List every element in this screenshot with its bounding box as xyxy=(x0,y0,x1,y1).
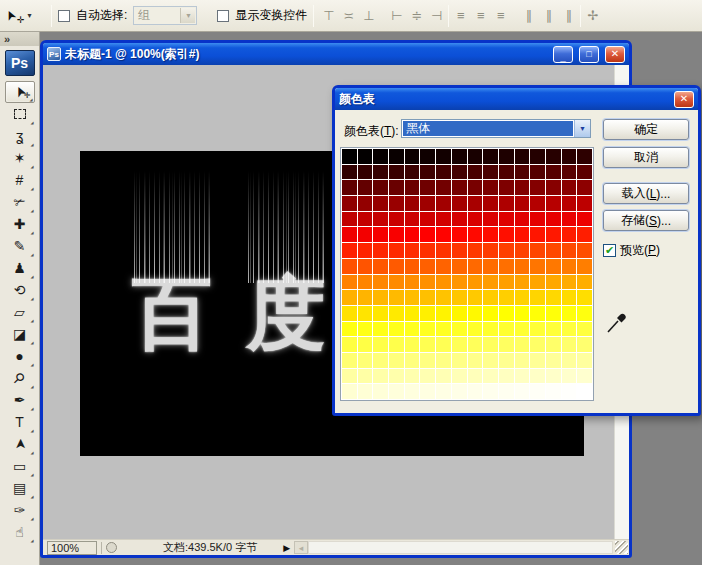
color-swatch[interactable] xyxy=(499,290,514,305)
color-swatch[interactable] xyxy=(530,227,545,242)
color-swatch[interactable] xyxy=(562,227,577,242)
color-swatch[interactable] xyxy=(483,337,498,352)
close-button[interactable]: ✕ xyxy=(605,46,625,63)
notes-tool[interactable]: ▤ xyxy=(5,477,35,499)
color-swatch[interactable] xyxy=(546,196,561,211)
color-swatch[interactable] xyxy=(562,212,577,227)
color-swatch[interactable] xyxy=(562,149,577,164)
color-swatch[interactable] xyxy=(530,306,545,321)
color-swatch[interactable] xyxy=(420,149,435,164)
color-swatch[interactable] xyxy=(452,243,467,258)
color-swatch[interactable] xyxy=(499,180,514,195)
color-swatch[interactable] xyxy=(436,337,451,352)
color-swatch[interactable] xyxy=(389,384,404,399)
color-swatch[interactable] xyxy=(436,322,451,337)
dodge-tool[interactable]: ⚲ xyxy=(5,367,35,389)
color-swatch[interactable] xyxy=(452,149,467,164)
color-swatch[interactable] xyxy=(389,165,404,180)
color-swatch[interactable] xyxy=(358,384,373,399)
color-swatch[interactable] xyxy=(405,180,420,195)
align-right-edges-icon[interactable]: ⊣ xyxy=(428,8,445,24)
color-swatch[interactable] xyxy=(358,306,373,321)
color-swatch[interactable] xyxy=(515,243,530,258)
color-swatch[interactable] xyxy=(499,384,514,399)
expand-dock-icon[interactable]: » xyxy=(4,33,9,45)
color-swatch[interactable] xyxy=(499,227,514,242)
color-swatch[interactable] xyxy=(530,353,545,368)
align-horizontal-centers-icon[interactable]: ≑ xyxy=(408,8,425,24)
color-swatch[interactable] xyxy=(373,369,388,384)
color-swatch[interactable] xyxy=(452,165,467,180)
healing-brush-tool[interactable]: ✚ xyxy=(5,213,35,235)
color-swatch[interactable] xyxy=(546,149,561,164)
color-swatch[interactable] xyxy=(499,196,514,211)
color-swatch[interactable] xyxy=(452,180,467,195)
color-swatch[interactable] xyxy=(358,353,373,368)
color-swatch[interactable] xyxy=(483,180,498,195)
color-swatch[interactable] xyxy=(577,275,592,290)
color-swatch[interactable] xyxy=(420,212,435,227)
current-tool-icon[interactable]: ➤ ✛ ▾ xyxy=(5,4,45,28)
color-swatch[interactable] xyxy=(499,259,514,274)
color-swatch[interactable] xyxy=(389,369,404,384)
color-swatch[interactable] xyxy=(405,259,420,274)
color-swatch[interactable] xyxy=(577,212,592,227)
color-swatch[interactable] xyxy=(358,149,373,164)
color-swatch[interactable] xyxy=(420,353,435,368)
color-swatch[interactable] xyxy=(452,306,467,321)
color-swatch[interactable] xyxy=(468,149,483,164)
color-swatch[interactable] xyxy=(546,212,561,227)
show-transform-checkbox[interactable] xyxy=(217,10,229,22)
color-swatch[interactable] xyxy=(546,243,561,258)
ok-button[interactable]: 确定 xyxy=(603,119,689,140)
color-swatch[interactable] xyxy=(420,275,435,290)
color-swatch[interactable] xyxy=(499,149,514,164)
color-swatch[interactable] xyxy=(342,384,357,399)
paint-bucket-tool[interactable]: ◪ xyxy=(5,323,35,345)
rectangular-marquee-tool[interactable] xyxy=(5,103,35,125)
color-swatch[interactable] xyxy=(452,196,467,211)
color-swatch[interactable] xyxy=(530,212,545,227)
color-swatch[interactable] xyxy=(389,227,404,242)
color-swatch[interactable] xyxy=(405,384,420,399)
color-swatch[interactable] xyxy=(373,306,388,321)
color-swatch[interactable] xyxy=(577,306,592,321)
color-table-select[interactable]: 黑体 ▼ xyxy=(401,119,591,138)
status-flyout-arrow-icon[interactable]: ▶ xyxy=(283,543,290,553)
color-swatch[interactable] xyxy=(420,322,435,337)
color-swatch[interactable] xyxy=(373,196,388,211)
color-swatch[interactable] xyxy=(499,243,514,258)
color-swatch[interactable] xyxy=(515,149,530,164)
color-swatch[interactable] xyxy=(342,165,357,180)
color-swatch[interactable] xyxy=(530,290,545,305)
toolbox-header[interactable]: » xyxy=(0,32,39,46)
preview-checkbox[interactable]: ✔ xyxy=(603,244,616,257)
maximize-button[interactable]: □ xyxy=(579,46,599,63)
color-swatch[interactable] xyxy=(515,180,530,195)
color-swatch[interactable] xyxy=(468,259,483,274)
color-swatch[interactable] xyxy=(468,322,483,337)
color-swatch[interactable] xyxy=(436,369,451,384)
color-swatch[interactable] xyxy=(389,259,404,274)
color-swatch[interactable] xyxy=(546,369,561,384)
color-swatch[interactable] xyxy=(389,149,404,164)
color-swatch[interactable] xyxy=(342,353,357,368)
color-swatch[interactable] xyxy=(452,353,467,368)
align-bottom-edges-icon[interactable]: ⊥ xyxy=(360,8,377,24)
color-swatch[interactable] xyxy=(546,259,561,274)
color-swatch[interactable] xyxy=(577,322,592,337)
color-swatch[interactable] xyxy=(342,275,357,290)
color-swatch[interactable] xyxy=(499,275,514,290)
auto-align-icon[interactable]: ✢ xyxy=(584,8,601,24)
color-swatch[interactable] xyxy=(358,212,373,227)
color-swatch[interactable] xyxy=(515,227,530,242)
color-swatch[interactable] xyxy=(373,243,388,258)
color-swatch[interactable] xyxy=(420,165,435,180)
color-swatch[interactable] xyxy=(342,243,357,258)
color-swatch[interactable] xyxy=(530,322,545,337)
color-swatch[interactable] xyxy=(577,369,592,384)
color-swatch[interactable] xyxy=(342,227,357,242)
color-swatch[interactable] xyxy=(499,337,514,352)
color-swatch[interactable] xyxy=(577,227,592,242)
color-swatch[interactable] xyxy=(436,227,451,242)
